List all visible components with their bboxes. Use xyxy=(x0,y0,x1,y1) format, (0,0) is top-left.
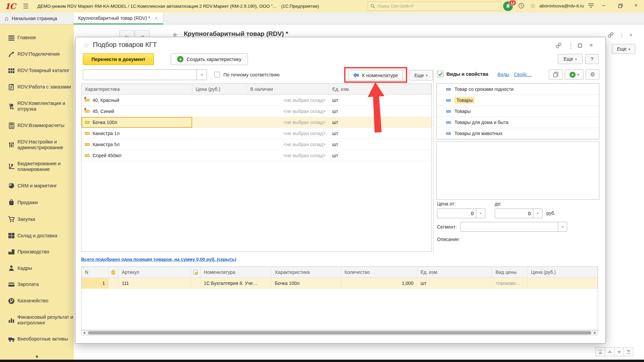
unit-cell[interactable]: шт xyxy=(329,150,431,161)
jump-bottom-icon[interactable] xyxy=(624,347,633,356)
column-header[interactable]: Артикул xyxy=(118,267,191,278)
column-header[interactable]: Цена (руб.) xyxy=(192,84,247,95)
stock-cell[interactable]: <не выбран склад> xyxy=(247,150,329,161)
result-cell[interactable] xyxy=(191,278,201,289)
result-cell[interactable]: шт xyxy=(417,278,492,289)
favorites-star-icon[interactable]: ☆ xyxy=(530,2,536,10)
price-from-input[interactable] xyxy=(437,209,476,218)
column-header[interactable]: Количество xyxy=(341,267,417,278)
restore-button[interactable] xyxy=(618,3,623,10)
result-cell[interactable]: 1 xyxy=(82,278,109,289)
jump-top-icon[interactable] xyxy=(595,347,605,356)
sidebar-item[interactable]: Кадры xyxy=(0,260,74,277)
characteristic-name-cell[interactable]: Бочка 100л xyxy=(82,117,192,128)
column-header[interactable]: Цена (руб.) xyxy=(528,267,598,278)
result-cell[interactable]: 1С:Бухгалтерия 8. Уче… xyxy=(201,278,272,289)
sidebar-item[interactable]: Бюджетирование и планирование xyxy=(0,156,74,178)
stock-cell[interactable]: <не выбран склад> xyxy=(247,128,329,139)
product-type-row[interactable]: Товары для животных xyxy=(437,128,599,139)
horizontal-scrollbar[interactable] xyxy=(81,330,598,336)
tab-home[interactable]: ⌂ Начальная страница xyxy=(0,12,73,24)
clear-search-icon[interactable]: × xyxy=(197,70,207,80)
price-cell[interactable] xyxy=(192,117,247,128)
characteristic-name-cell[interactable]: 40, Красный xyxy=(82,95,192,106)
close-window-button[interactable]: × xyxy=(634,2,638,9)
table-more-button[interactable]: Еще▾ xyxy=(409,70,433,80)
segment-input[interactable] xyxy=(461,222,558,231)
dialog-link-icon[interactable] xyxy=(556,43,561,50)
dialog-close-icon[interactable]: × xyxy=(589,42,593,49)
characteristics-table-header[interactable]: ХарактеристикаЦена (руб.)В наличииЕд. из… xyxy=(82,84,431,95)
panel-splitter[interactable] xyxy=(433,69,434,253)
help-button[interactable]: ? xyxy=(585,54,599,64)
characteristic-row[interactable]: Канистра 1л <не выбран склад> шт xyxy=(82,128,431,139)
column-header[interactable]: Ед. изм. xyxy=(417,267,492,278)
history-icon[interactable] xyxy=(518,2,525,11)
notifications-button[interactable]: 12 xyxy=(503,1,515,12)
sidebar-item[interactable]: Внеоборотные активы xyxy=(0,331,74,347)
tab-document[interactable]: Крупногабаритный товар (RDV) * × xyxy=(73,12,163,24)
unit-cell[interactable]: шт xyxy=(329,128,431,139)
characteristic-row[interactable]: 40, Красный <не выбран склад> шт xyxy=(82,95,431,106)
scroll-right-icon[interactable] xyxy=(592,330,598,335)
close-document-icon[interactable]: × xyxy=(629,32,632,38)
sidebar-item[interactable]: Главное xyxy=(0,30,74,46)
characteristic-row[interactable]: 45, Синий <не выбран склад> шт xyxy=(82,106,431,117)
product-type-row[interactable]: Товар со сроками годности xyxy=(437,84,599,95)
types-checkbox[interactable] xyxy=(437,71,443,77)
sidebar-item[interactable]: RDV:Подключения xyxy=(0,46,74,63)
sidebar-item[interactable]: Продажи xyxy=(0,194,74,211)
unit-cell[interactable]: шт xyxy=(329,139,431,150)
characteristic-name-cell[interactable]: 45, Синий xyxy=(82,106,192,117)
sidebar-item[interactable]: Производство xyxy=(0,244,74,260)
dialog-more-menu-icon[interactable]: ⋮ xyxy=(568,43,574,50)
unit-cell[interactable]: шт xyxy=(329,117,431,128)
tab-close-icon[interactable]: × xyxy=(155,15,157,21)
global-search[interactable] xyxy=(368,2,501,11)
sidebar-item[interactable]: Зарплата xyxy=(0,277,74,292)
result-cell[interactable] xyxy=(528,278,598,289)
dialog-more-button[interactable]: Еще▾ xyxy=(558,54,583,64)
price-cell[interactable] xyxy=(192,106,247,117)
characteristic-name-cell[interactable]: Спрей 450мл xyxy=(82,150,192,161)
column-header[interactable]: В наличии xyxy=(247,84,329,95)
result-cell[interactable]: 1,000 xyxy=(341,278,417,289)
stock-cell[interactable]: <не выбран склад> xyxy=(247,117,329,128)
search-input[interactable] xyxy=(377,4,488,9)
move-down-icon[interactable] xyxy=(614,347,624,356)
document-more-button[interactable]: Еще▾ xyxy=(612,44,635,54)
types-link[interactable]: Виды xyxy=(497,72,509,77)
sidebar-item[interactable]: Казначейство xyxy=(0,293,74,309)
sidebar-item[interactable]: RDV:Взаиморасчеты xyxy=(0,117,74,134)
result-table-row[interactable]: 11111С:Бухгалтерия 8. Уче…Бочка 100л1,00… xyxy=(82,278,598,289)
scroll-left-icon[interactable] xyxy=(82,330,87,335)
price-to-field[interactable]: × xyxy=(495,208,542,218)
scrollbar-thumb[interactable] xyxy=(88,331,591,335)
clear-price-to-icon[interactable]: × xyxy=(533,209,542,218)
characteristic-name-cell[interactable]: Канистра 5л xyxy=(82,139,192,150)
product-type-row[interactable]: Товары xyxy=(437,95,599,106)
price-from-field[interactable]: × xyxy=(437,208,485,218)
more-menu-icon[interactable]: ⋮ xyxy=(619,32,625,39)
price-cell[interactable] xyxy=(192,128,247,139)
characteristic-name-cell[interactable]: Канистра 1л xyxy=(82,128,192,139)
move-up-icon[interactable] xyxy=(605,347,614,356)
service-menu-icon[interactable] xyxy=(588,2,594,10)
column-header[interactable]: Характеристика xyxy=(82,84,192,95)
dialog-maximize-icon[interactable] xyxy=(578,44,582,48)
column-header[interactable]: Вид цены xyxy=(492,267,528,278)
result-table-header[interactable]: NАртикулНоменклатураХарактеристикаКоличе… xyxy=(82,267,598,278)
sidebar-item[interactable]: Склад и доставка xyxy=(0,228,74,244)
sidebar-item[interactable]: RDV:Товарный каталог xyxy=(0,63,74,79)
sidebar-item[interactable]: CRM и маркетинг xyxy=(0,177,74,194)
get-link-icon[interactable] xyxy=(608,32,613,39)
transfer-to-document-button[interactable]: Перенести в документ xyxy=(83,53,154,65)
column-header[interactable]: N xyxy=(82,267,109,278)
segment-field[interactable]: × xyxy=(461,222,567,232)
price-cell[interactable] xyxy=(192,150,247,161)
clear-segment-icon[interactable]: × xyxy=(558,222,567,231)
settings-button[interactable]: ⚙ xyxy=(586,69,599,80)
column-header[interactable]: Ед. изм. xyxy=(329,84,431,95)
filter-search-field[interactable]: × xyxy=(83,69,207,80)
sidebar-item[interactable]: RDV:Настройки и администрирование xyxy=(0,134,74,156)
